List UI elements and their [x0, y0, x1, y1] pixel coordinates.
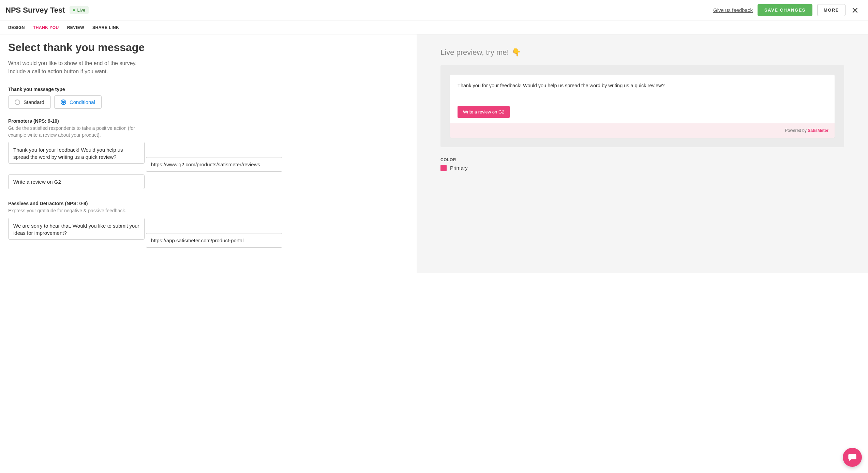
radio-standard[interactable]: Standard — [8, 95, 51, 109]
page-title: Select thank you message — [8, 41, 408, 54]
close-icon[interactable] — [850, 5, 860, 15]
color-picker[interactable]: Primary — [440, 165, 844, 171]
message-type-label: Thank you message type — [8, 87, 408, 92]
tab-thank-you[interactable]: THANK YOU — [33, 25, 59, 30]
more-button[interactable]: MORE — [817, 4, 845, 16]
feedback-link[interactable]: Give us feedback — [713, 7, 753, 13]
preview-heading: Live preview, try me! 👇 — [440, 48, 844, 57]
passives-message-input[interactable] — [8, 218, 145, 240]
radio-conditional[interactable]: Conditional — [54, 95, 102, 109]
passives-help: Express your gratitude for negative & pa… — [8, 208, 151, 214]
radio-circle-icon — [15, 100, 20, 105]
powered-by-prefix: Powered by — [785, 128, 808, 133]
tab-bar: DESIGN THANK YOU REVIEW SHARE LINK — [0, 20, 868, 34]
preview-card: Thank you for your feedback! Would you h… — [440, 65, 844, 147]
pointing-down-icon: 👇 — [512, 48, 521, 57]
preview-message: Thank you for your feedback! Would you h… — [458, 82, 827, 90]
preview-widget[interactable]: Thank you for your feedback! Would you h… — [450, 75, 835, 138]
radio-conditional-label: Conditional — [70, 99, 95, 105]
passives-url-input[interactable] — [146, 233, 282, 248]
color-swatch-icon — [440, 165, 447, 171]
preview-heading-text: Live preview, try me! — [440, 48, 509, 57]
color-name: Primary — [450, 165, 468, 171]
promoters-button-text-input[interactable] — [8, 174, 145, 189]
page-description: What would you like to show at the end o… — [8, 59, 151, 76]
status-dot-icon — [73, 9, 75, 11]
radio-standard-label: Standard — [24, 99, 44, 105]
powered-by-brand[interactable]: SatisMeter — [808, 128, 828, 133]
tab-review[interactable]: REVIEW — [67, 25, 84, 30]
tab-design[interactable]: DESIGN — [8, 25, 25, 30]
status-label: Live — [77, 7, 85, 13]
radio-circle-icon — [61, 100, 66, 105]
promoters-message-input[interactable] — [8, 142, 145, 164]
promoters-url-input[interactable] — [146, 157, 282, 172]
preview-footer: Powered by SatisMeter — [450, 123, 835, 138]
preview-cta-button[interactable]: Write a review on G2 — [458, 106, 510, 118]
survey-title: NPS Survey Test — [5, 6, 65, 15]
promoters-title: Promoters (NPS: 9-10) — [8, 118, 408, 124]
passives-title: Passives and Detractors (NPS: 0-8) — [8, 201, 408, 206]
promoters-help: Guide the satisfied respondents to take … — [8, 125, 151, 138]
status-badge: Live — [70, 6, 89, 14]
save-button[interactable]: SAVE CHANGES — [758, 4, 812, 16]
color-section-label: COLOR — [440, 157, 844, 162]
tab-share-link[interactable]: SHARE LINK — [92, 25, 119, 30]
